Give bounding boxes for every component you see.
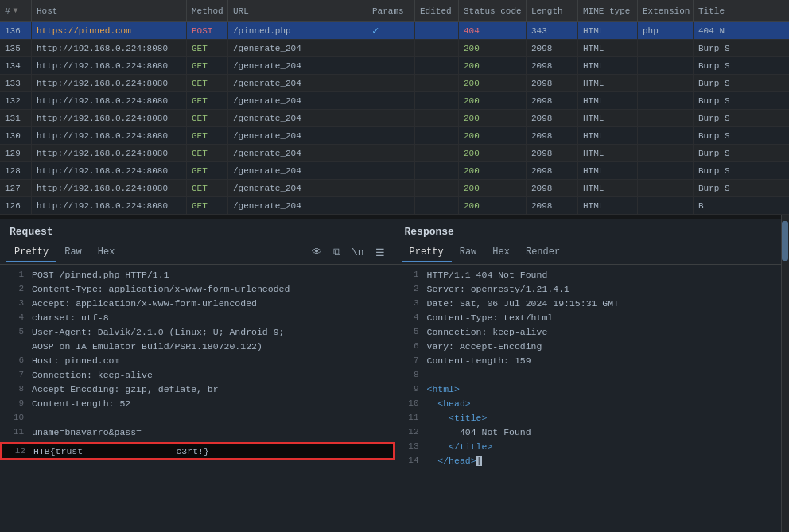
newline-icon[interactable]: \n <box>348 245 367 260</box>
copy-icon[interactable]: ⧉ <box>330 245 344 260</box>
table-header-row: # ▼ Host Method URL Params Edited Status… <box>0 0 789 22</box>
response-line: 4Content-Type: text/html <box>395 313 790 327</box>
col-header-host[interactable]: Host <box>32 0 187 21</box>
request-line: 11uname=bnavarro&pass= <box>0 427 394 441</box>
request-line: 6Host: pinned.com <box>0 355 394 370</box>
table-row[interactable]: 133http://192.168.0.224:8080GET/generate… <box>0 75 789 92</box>
sort-icon: ▼ <box>14 6 18 15</box>
request-tab-icons: 👁 ⧉ \n ☰ <box>309 245 388 261</box>
request-line: 4charset: utf-8 <box>0 313 394 327</box>
table-row[interactable]: 127http://192.168.0.224:8080GET/generate… <box>0 180 789 197</box>
request-line: 7Connection: keep-alive <box>0 370 394 384</box>
response-line: 5Connection: keep-alive <box>395 327 790 341</box>
col-header-num[interactable]: # ▼ <box>0 0 32 21</box>
response-line: 11 <title> <box>395 413 790 427</box>
scrollbar-thumb[interactable] <box>782 221 788 261</box>
response-panel: Response Pretty Raw Hex Render 1HTTP/1.1… <box>395 219 790 532</box>
table-row[interactable]: 134http://192.168.0.224:8080GET/generate… <box>0 57 789 75</box>
response-line: 2Server: openresty/1.21.4.1 <box>395 284 790 298</box>
table-row[interactable]: 128http://192.168.0.224:8080GET/generate… <box>0 162 789 180</box>
table-row[interactable]: 130http://192.168.0.224:8080GET/generate… <box>0 127 789 145</box>
col-header-ext[interactable]: Extension <box>638 0 694 21</box>
tab-response-raw[interactable]: Raw <box>452 243 485 262</box>
request-line: 9Content-Length: 52 <box>0 398 394 413</box>
response-line: 13 </title> <box>395 441 790 456</box>
table-row[interactable]: 135http://192.168.0.224:8080GET/generate… <box>0 40 789 57</box>
table-body: 136https://pinned.comPOST/pinned.php✓404… <box>0 22 789 215</box>
col-header-title[interactable]: Title <box>694 0 789 21</box>
tab-request-pretty[interactable]: Pretty <box>6 243 56 262</box>
table-row[interactable]: 129http://192.168.0.224:8080GET/generate… <box>0 145 789 162</box>
request-response-panels: Request Pretty Raw Hex 👁 ⧉ \n ☰ 1POST /p… <box>0 219 789 532</box>
response-line: 12 404 Not Found <box>395 427 790 441</box>
response-line: 6Vary: Accept-Encoding <box>395 341 790 355</box>
response-content: 1HTTP/1.1 404 Not Found2Server: openrest… <box>395 265 790 532</box>
flag-line: 12HTB{trust c3rt!} <box>0 442 394 460</box>
response-line: 3Date: Sat, 06 Jul 2024 19:15:31 GMT <box>395 298 790 313</box>
eye-icon[interactable]: 👁 <box>309 245 325 260</box>
col-header-edited[interactable]: Edited <box>415 0 459 21</box>
request-line: AOSP on IA Emulator Build/PSR1.180720.12… <box>0 341 394 355</box>
response-line: 8 <box>395 370 790 384</box>
request-panel-title: Request <box>0 219 394 241</box>
col-header-method[interactable]: Method <box>187 0 228 21</box>
col-header-url[interactable]: URL <box>228 0 367 21</box>
vertical-scrollbar[interactable] <box>781 215 789 532</box>
request-content: 1POST /pinned.php HTTP/1.12Content-Type:… <box>0 265 394 532</box>
request-line: 10 <box>0 413 394 427</box>
request-line: 5User-Agent: Dalvik/2.1.0 (Linux; U; And… <box>0 327 394 341</box>
request-tabs: Pretty Raw Hex 👁 ⧉ \n ☰ <box>0 241 394 265</box>
request-line: 3Accept: application/x-www-form-urlencod… <box>0 298 394 313</box>
tab-request-raw[interactable]: Raw <box>56 243 90 262</box>
tab-request-hex[interactable]: Hex <box>90 243 123 262</box>
col-header-length[interactable]: Length <box>527 0 578 21</box>
request-line: 2Content-Type: application/x-www-form-ur… <box>0 284 394 298</box>
response-line: 7Content-Length: 159 <box>395 355 790 370</box>
request-line: 8Accept-Encoding: gzip, deflate, br <box>0 384 394 398</box>
tab-response-render[interactable]: Render <box>518 243 568 262</box>
tab-response-pretty[interactable]: Pretty <box>402 243 452 262</box>
col-header-params[interactable]: Params <box>367 0 415 21</box>
response-tabs: Pretty Raw Hex Render <box>395 241 790 265</box>
response-line: 14 </head>| <box>395 456 790 470</box>
response-panel-title: Response <box>395 219 790 241</box>
table-row[interactable]: 126http://192.168.0.224:8080GET/generate… <box>0 197 789 215</box>
http-history-table: # ▼ Host Method URL Params Edited Status… <box>0 0 789 215</box>
col-header-status[interactable]: Status code <box>459 0 527 21</box>
table-row[interactable]: 131http://192.168.0.224:8080GET/generate… <box>0 110 789 127</box>
col-header-mime[interactable]: MIME type <box>578 0 638 21</box>
response-line: 1HTTP/1.1 404 Not Found <box>395 270 790 284</box>
request-line: 1POST /pinned.php HTTP/1.1 <box>0 270 394 284</box>
tab-response-hex[interactable]: Hex <box>484 243 518 262</box>
response-line: 10 <head> <box>395 398 790 413</box>
table-row[interactable]: 132http://192.168.0.224:8080GET/generate… <box>0 92 789 110</box>
request-panel: Request Pretty Raw Hex 👁 ⧉ \n ☰ 1POST /p… <box>0 219 395 532</box>
menu-icon[interactable]: ☰ <box>372 245 388 261</box>
response-line: 9<html> <box>395 384 790 398</box>
table-row[interactable]: 136https://pinned.comPOST/pinned.php✓404… <box>0 22 789 40</box>
